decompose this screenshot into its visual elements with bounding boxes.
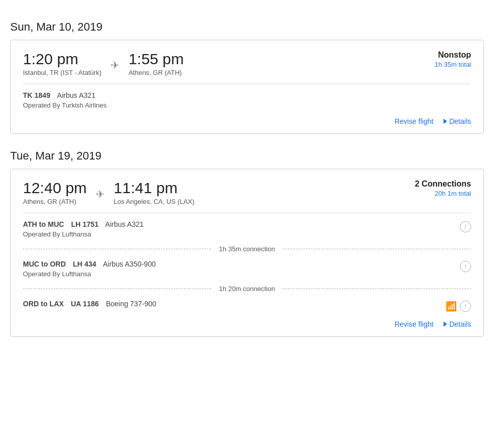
segment-2-2-operated: Operated By Lufthansa [23, 270, 155, 278]
details-link-2[interactable]: Details [444, 320, 471, 328]
segment-2-3-flightnum: UA 1186 [71, 300, 99, 308]
plane-icon-1: ✈ [111, 59, 119, 71]
depart-airport-2: Athens, GR (ATH) [23, 198, 87, 205]
connection-type-1: Nonstop [379, 50, 471, 60]
details-arrow-1 [444, 119, 447, 124]
depart-time-2: 12:40 pm [23, 179, 87, 197]
segment-2-1-flightnum: LH 1751 [71, 220, 99, 228]
connection-divider-2: 1h 20m connection [23, 285, 471, 293]
segment-2-1-route: ATH to MUC [23, 220, 64, 228]
details-label-1: Details [449, 117, 471, 125]
depart-time-1: 1:20 pm [23, 50, 101, 68]
arrive-time-2: 11:41 pm [114, 179, 194, 197]
connection-label-1: 1h 35m connection [211, 245, 283, 253]
connection-label-2: 1h 20m connection [211, 285, 283, 293]
details-label-2: Details [449, 320, 471, 328]
flight-card-2: 12:40 pm Athens, GR (ATH) ✈ 11:41 pm Los… [10, 169, 484, 337]
date-header-1: Sun, Mar 10, 2019 [10, 20, 484, 34]
segment-1-operated: Operated By Turkish Airlines [23, 101, 107, 109]
segment-1-aircraft: Airbus A321 [57, 91, 96, 99]
connection-divider-1: 1h 35m connection [23, 245, 471, 253]
info-icon-2-1[interactable]: ! [460, 221, 471, 232]
segment-2-1-info: ATH to MUC LH 1751 Airbus A321 [23, 220, 144, 228]
info-icon-2-2[interactable]: ! [460, 261, 471, 272]
segment-2-3-aircraft: Boeing 737-900 [106, 300, 157, 308]
connection-type-2: 2 Connections [379, 179, 471, 189]
segment-1-route: TK 1849 [23, 91, 50, 99]
arrive-airport-1: Athens, GR (ATH) [128, 69, 184, 76]
date-header-2: Tue, Mar 19, 2019 [10, 149, 484, 163]
arrive-airport-2: Los Angeles, CA, US (LAX) [114, 198, 194, 205]
segment-2-2-info: MUC to ORD LH 434 Airbus A350-900 [23, 260, 155, 268]
segment-1-info: TK 1849 Airbus A321 [23, 91, 107, 99]
depart-airport-1: Istanbul, TR (IST - Atatürk) [23, 69, 101, 76]
segment-2-1-aircraft: Airbus A321 [105, 220, 144, 228]
details-arrow-2 [444, 322, 447, 327]
flight-card-1: 1:20 pm Istanbul, TR (IST - Atatürk) ✈ 1… [10, 40, 484, 134]
segment-2-3-route: ORD to LAX [23, 300, 64, 308]
segment-2-2-flightnum: LH 434 [73, 260, 96, 268]
duration-total-1: 1h 35m total [379, 61, 471, 68]
info-icon-2-3[interactable]: ! [460, 301, 471, 312]
revise-flight-link-2[interactable]: Revise flight [395, 320, 433, 328]
plane-icon-2: ✈ [96, 188, 105, 200]
revise-flight-link-1[interactable]: Revise flight [395, 117, 433, 125]
details-link-1[interactable]: Details [444, 117, 471, 125]
duration-total-2: 20h 1m total [379, 190, 471, 197]
segment-2-2-aircraft: Airbus A350-900 [103, 260, 156, 268]
wifi-icon-2-3: 📶 [446, 301, 457, 312]
segment-2-1-operated: Operated By Lufthansa [23, 230, 144, 238]
arrive-time-1: 1:55 pm [128, 50, 184, 68]
segment-2-2-route: MUC to ORD [23, 260, 66, 268]
segment-2-3-info: ORD to LAX UA 1186 Boeing 737-900 [23, 300, 157, 308]
